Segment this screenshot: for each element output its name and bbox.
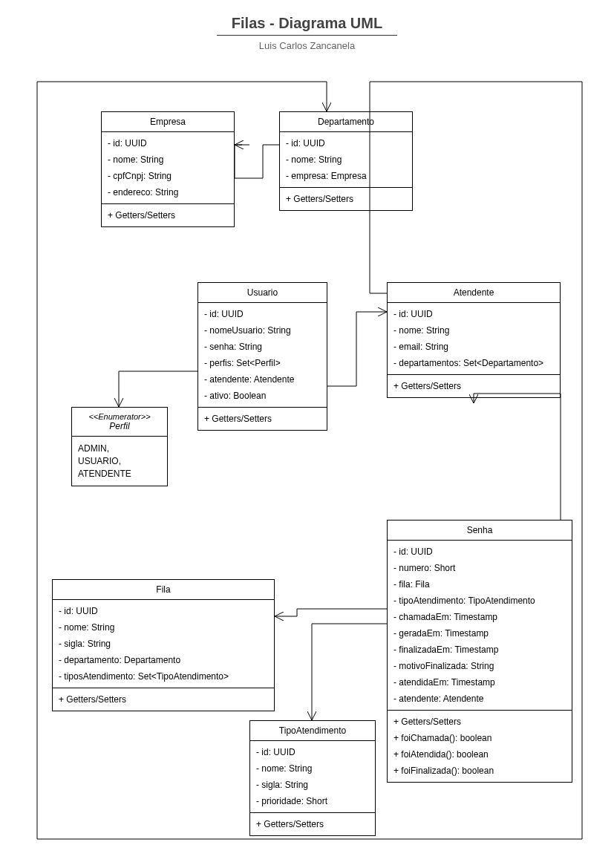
attr: - motivoFinalizada: String [393, 658, 566, 674]
op: + foiFinalizada(): boolean [393, 763, 566, 779]
attr: - nome: String [108, 151, 228, 168]
class-name: Fila [156, 584, 170, 595]
class-name: Empresa [150, 117, 186, 127]
attr: - atendente: Atendente [204, 371, 321, 388]
class-attributes: - id: UUID - numero: Short - fila: Fila … [388, 541, 572, 711]
attr: - nome: String [59, 619, 268, 636]
class-attributes: - id: UUID - nome: String - sigla: Strin… [53, 600, 274, 688]
attr: - cpfCnpj: String [108, 168, 228, 184]
attr: - atendidaEm: Timestamp [393, 674, 566, 691]
class-perfil: <<Enumerator>> Perfil ADMIN, USUARIO, AT… [71, 407, 168, 486]
enum-literals: ADMIN, USUARIO, ATENDENTE [72, 437, 167, 486]
attr: - nome: String [286, 151, 406, 168]
attr: - empresa: Empresa [286, 168, 406, 184]
attr: - email: String [393, 339, 554, 355]
attr: - sigla: String [59, 636, 268, 652]
page-author: Luis Carlos Zancanela [0, 40, 614, 51]
op: + Getters/Setters [204, 411, 321, 427]
stereotype: <<Enumerator>> [79, 412, 160, 421]
attr: - perfis: Set<Perfil> [204, 355, 321, 371]
class-head: <<Enumerator>> Perfil [72, 408, 167, 437]
class-operations: + Getters/Setters + foiChamada(): boolea… [388, 711, 572, 782]
class-attributes: - id: UUID - nome: String - sigla: Strin… [250, 741, 375, 813]
class-name: Departamento [318, 117, 374, 127]
class-senha: Senha - id: UUID - numero: Short - fila:… [387, 520, 572, 783]
class-name: TipoAtendimento [279, 725, 346, 736]
attr: - departamentos: Set<Departamento> [393, 355, 554, 371]
class-attributes: - id: UUID - nome: String - email: Strin… [388, 303, 560, 375]
class-operations: + Getters/Setters [250, 813, 375, 835]
op: + Getters/Setters [59, 691, 268, 708]
class-fila: Fila - id: UUID - nome: String - sigla: … [52, 579, 275, 711]
attr: - nome: String [393, 322, 554, 339]
attr: - endereco: String [108, 184, 228, 200]
op: + Getters/Setters [393, 378, 554, 394]
class-name: Senha [467, 525, 493, 535]
attr: - tipoAtendimento: TipoAtendimento [393, 593, 566, 609]
attr: - atendente: Atendente [393, 691, 566, 707]
op: + foiAtendida(): boolean [393, 746, 566, 763]
attr: - tiposAtendimento: Set<TipoAtendimento> [59, 668, 268, 685]
attr: - nomeUsuario: String [204, 322, 321, 339]
page-title: Filas - Diagrama UML [217, 15, 397, 36]
attr: - id: UUID [59, 603, 268, 619]
class-operations: + Getters/Setters [198, 408, 327, 430]
attr: - finalizadaEm: Timestamp [393, 642, 566, 658]
op: + Getters/Setters [393, 714, 566, 730]
class-departamento: Departamento - id: UUID - nome: String -… [279, 111, 413, 211]
class-atendente: Atendente - id: UUID - nome: String - em… [387, 282, 561, 398]
class-operations: + Getters/Setters [102, 204, 234, 226]
attr: - numero: Short [393, 560, 566, 576]
attr: - id: UUID [256, 744, 369, 760]
op: + Getters/Setters [286, 191, 406, 207]
class-name: Perfil [79, 421, 160, 431]
attr: - id: UUID [286, 135, 406, 151]
op: + Getters/Setters [108, 207, 228, 223]
class-operations: + Getters/Setters [280, 188, 412, 210]
class-name: Atendente [454, 287, 494, 298]
op: + foiChamada(): boolean [393, 730, 566, 746]
class-attributes: - id: UUID - nome: String - empresa: Emp… [280, 132, 412, 188]
class-attributes: - id: UUID - nome: String - cpfCnpj: Str… [102, 132, 234, 204]
literals: ADMIN, USUARIO, ATENDENTE [78, 440, 161, 483]
attr: - senha: String [204, 339, 321, 355]
attr: - ativo: Boolean [204, 388, 321, 404]
attr: - id: UUID [393, 306, 554, 322]
class-name: Usuario [247, 287, 278, 298]
class-empresa: Empresa - id: UUID - nome: String - cpfC… [101, 111, 235, 227]
attr: - sigla: String [256, 777, 369, 793]
op: + Getters/Setters [256, 816, 369, 832]
attr: - chamadaEm: Timestamp [393, 609, 566, 625]
class-usuario: Usuario - id: UUID - nomeUsuario: String… [197, 282, 327, 431]
attr: - nome: String [256, 760, 369, 777]
diagram-page: Filas - Diagrama UML Luis Carlos Zancane… [0, 0, 614, 868]
attr: - departamento: Departamento [59, 652, 268, 668]
header-block: Filas - Diagrama UML Luis Carlos Zancane… [0, 0, 614, 51]
attr: - fila: Fila [393, 576, 566, 593]
attr: - prioridade: Short [256, 793, 369, 809]
attr: - id: UUID [393, 544, 566, 560]
class-operations: + Getters/Setters [388, 375, 560, 397]
class-operations: + Getters/Setters [53, 688, 274, 711]
attr: - id: UUID [204, 306, 321, 322]
class-attributes: - id: UUID - nomeUsuario: String - senha… [198, 303, 327, 408]
attr: - geradaEm: Timestamp [393, 625, 566, 642]
class-tipoatendimento: TipoAtendimento - id: UUID - nome: Strin… [249, 720, 376, 836]
attr: - id: UUID [108, 135, 228, 151]
